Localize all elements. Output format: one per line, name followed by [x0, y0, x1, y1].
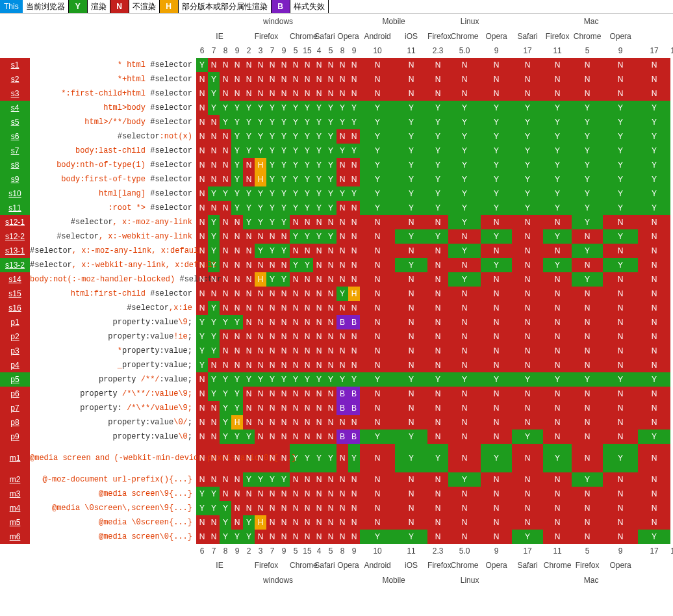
row-link-s8[interactable]: s8	[11, 160, 19, 170]
row-link-s2[interactable]: s2	[11, 75, 19, 84]
cell-s12-1-3: N	[231, 215, 243, 229]
cell-p3-22: N	[603, 344, 638, 358]
cell-s6-2: N	[220, 129, 231, 144]
row-id-s12-1[interactable]: s12-1	[0, 215, 30, 229]
cell-s12-1-10: N	[313, 215, 325, 229]
row-link-p2[interactable]: p2	[10, 332, 19, 341]
row-link-s15[interactable]: s15	[8, 289, 21, 298]
row-id-s1[interactable]: s1	[0, 58, 30, 72]
row-link-s4[interactable]: s4	[11, 103, 19, 112]
cell-p7-22: N	[603, 401, 638, 415]
cell-s13-1-2: N	[220, 244, 231, 258]
row-id-s12-2[interactable]: s12-2	[0, 229, 30, 244]
row-id-s10[interactable]: s10	[0, 186, 30, 201]
row-id-p5[interactable]: p5	[0, 372, 30, 387]
cell-s13-2-20: Y	[543, 258, 572, 272]
cell-p1-7: N	[278, 315, 290, 329]
cell-s15-17: N	[448, 287, 481, 301]
cell-p5-13: Y	[348, 372, 360, 387]
row-link-s12-1[interactable]: s12-1	[5, 218, 25, 227]
row-link-p6[interactable]: p6	[10, 389, 19, 398]
row-link-s5[interactable]: s5	[11, 118, 19, 127]
row-link-s10[interactable]: s10	[8, 189, 21, 198]
cell-m2-20: N	[543, 472, 572, 487]
row-id-s13-1[interactable]: s13-1	[0, 244, 30, 258]
row-id-s3[interactable]: s3	[0, 86, 30, 101]
cell-s16-3: N	[231, 301, 243, 315]
row-link-m1[interactable]: m1	[10, 454, 21, 463]
cell-s16-19: N	[512, 301, 543, 315]
row-link-p9[interactable]: p9	[10, 432, 19, 441]
row-id-s15[interactable]: s15	[0, 287, 30, 301]
row-link-s16[interactable]: s16	[8, 303, 21, 313]
row-link-s13-2[interactable]: s13-2	[5, 261, 25, 270]
cell-s12-2-10: Y	[313, 229, 325, 244]
cell-s11-19: Y	[512, 201, 543, 215]
row-link-p1[interactable]: p1	[10, 318, 19, 327]
row-id-m4[interactable]: m4	[0, 501, 30, 515]
row-id-p6[interactable]: p6	[0, 387, 30, 401]
row-id-m3[interactable]: m3	[0, 487, 30, 501]
row-link-s11[interactable]: s11	[8, 203, 21, 212]
row-id-m6[interactable]: m6	[0, 530, 30, 544]
row-id-m5[interactable]: m5	[0, 515, 30, 530]
row-id-s2[interactable]: s2	[0, 72, 30, 86]
row-id-s9[interactable]: s9	[0, 172, 30, 186]
row-id-s8[interactable]: s8	[0, 158, 30, 172]
row-desc-s3: *:first-child+html #selector	[30, 86, 196, 101]
cell-s12-1-12: N	[336, 215, 348, 229]
cell-p3-19: N	[512, 344, 543, 358]
row-link-s13-1[interactable]: s13-1	[5, 246, 25, 255]
fos-Linux: Linux	[427, 572, 512, 588]
cell-p3-4: N	[243, 344, 255, 358]
row-id-s11[interactable]: s11	[0, 201, 30, 215]
row-id-p3[interactable]: p3	[0, 344, 30, 358]
cell-s8-8: Y	[290, 158, 301, 172]
row-link-p8[interactable]: p8	[10, 418, 19, 427]
row-link-p4[interactable]: p4	[10, 361, 19, 370]
cell-s1-9: N	[301, 58, 313, 72]
ver-9: 9	[278, 44, 290, 58]
row-id-s7[interactable]: s7	[0, 144, 30, 158]
row-link-p3[interactable]: p3	[10, 346, 19, 355]
row-link-s3[interactable]: s3	[11, 89, 19, 98]
row-link-s9[interactable]: s9	[11, 175, 19, 184]
row-id-p2[interactable]: p2	[0, 329, 30, 344]
cell-m4-5: N	[255, 501, 266, 515]
cell-s2-21: N	[572, 72, 603, 86]
row-id-m2[interactable]: m2	[0, 472, 30, 487]
row-id-s4[interactable]: s4	[0, 101, 30, 115]
cell-s12-2-23: N	[638, 229, 670, 244]
cell-s9-15: Y	[395, 172, 427, 186]
row-id-s16[interactable]: s16	[0, 301, 30, 315]
row-link-s7[interactable]: s7	[11, 146, 19, 155]
row-link-m2[interactable]: m2	[10, 475, 21, 484]
row-id-p7[interactable]: p7	[0, 401, 30, 415]
row-id-s5[interactable]: s5	[0, 115, 30, 129]
row-id-p1[interactable]: p1	[0, 315, 30, 329]
cell-s7-8: Y	[290, 144, 301, 158]
cell-p8-5: N	[255, 415, 266, 430]
row-link-s14[interactable]: s14	[8, 275, 21, 284]
row-id-m1[interactable]: m1	[0, 444, 30, 472]
row-id-s6[interactable]: s6	[0, 129, 30, 144]
row-id-s13-2[interactable]: s13-2	[0, 258, 30, 272]
cell-s12-1-2: N	[220, 215, 231, 229]
cell-p2-14: N	[360, 329, 395, 344]
row-link-m5[interactable]: m5	[10, 518, 21, 527]
cell-s14-11: N	[325, 272, 336, 287]
row-link-s1[interactable]: s1	[11, 60, 19, 70]
row-link-s6[interactable]: s6	[11, 132, 19, 141]
row-id-p4[interactable]: p4	[0, 358, 30, 372]
row-id-p8[interactable]: p8	[0, 415, 30, 430]
row-link-m3[interactable]: m3	[10, 489, 21, 498]
cell-s7-16: Y	[427, 144, 448, 158]
row-link-p7[interactable]: p7	[10, 404, 19, 413]
fver-17: 17	[512, 544, 543, 558]
row-link-m6[interactable]: m6	[10, 532, 21, 541]
row-link-p5[interactable]: p5	[10, 375, 19, 384]
row-id-p9[interactable]: p9	[0, 430, 30, 444]
row-id-s14[interactable]: s14	[0, 272, 30, 287]
row-link-s12-2[interactable]: s12-2	[5, 232, 25, 241]
row-link-m4[interactable]: m4	[10, 504, 21, 513]
